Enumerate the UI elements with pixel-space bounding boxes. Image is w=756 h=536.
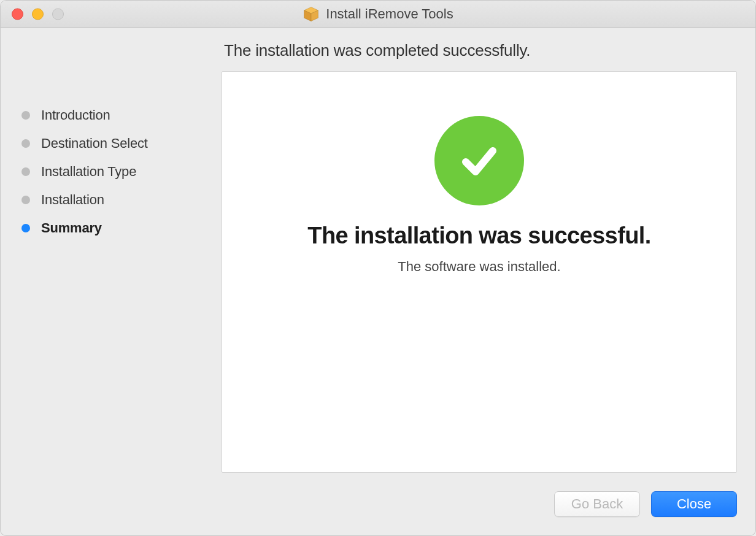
sidebar-item-installation-type: Installation Type (19, 158, 222, 186)
window-title: Install iRemove Tools (326, 6, 453, 22)
window-controls (12, 8, 64, 20)
close-button[interactable]: Close (651, 491, 737, 517)
step-dot-icon (21, 167, 30, 176)
titlebar: Install iRemove Tools (1, 1, 755, 28)
zoom-window-button (52, 8, 64, 20)
page-heading: The installation was completed successfu… (222, 28, 737, 71)
sidebar-item-destination-select: Destination Select (19, 129, 222, 158)
package-icon (303, 6, 320, 23)
sidebar-item-label: Destination Select (41, 136, 148, 151)
sidebar-item-label: Installation Type (41, 164, 136, 180)
content-row: Introduction Destination Select Installa… (19, 28, 737, 473)
step-dot-icon (21, 111, 30, 120)
sidebar-item-label: Introduction (41, 107, 110, 123)
sidebar-item-label: Installation (41, 192, 104, 208)
sidebar-item-installation: Installation (19, 186, 222, 214)
footer: Go Back Close (19, 473, 737, 517)
minimize-window-button[interactable] (32, 8, 44, 20)
window-body: Introduction Destination Select Installa… (1, 28, 755, 535)
title-center: Install iRemove Tools (1, 6, 755, 23)
close-window-button[interactable] (12, 8, 23, 20)
panel-subtitle: The software was installed. (398, 259, 560, 275)
step-dot-icon (21, 224, 30, 232)
step-dot-icon (21, 139, 30, 148)
sidebar: Introduction Destination Select Installa… (19, 28, 222, 473)
main-column: The installation was completed successfu… (222, 28, 737, 473)
sidebar-item-introduction: Introduction (19, 101, 222, 129)
success-check-icon (434, 116, 524, 205)
panel-title: The installation was successful. (307, 223, 650, 249)
sidebar-item-summary: Summary (19, 214, 222, 242)
content-panel: The installation was successful. The sof… (222, 71, 737, 473)
go-back-button: Go Back (554, 491, 640, 517)
sidebar-item-label: Summary (41, 220, 102, 236)
step-dot-icon (21, 196, 30, 204)
